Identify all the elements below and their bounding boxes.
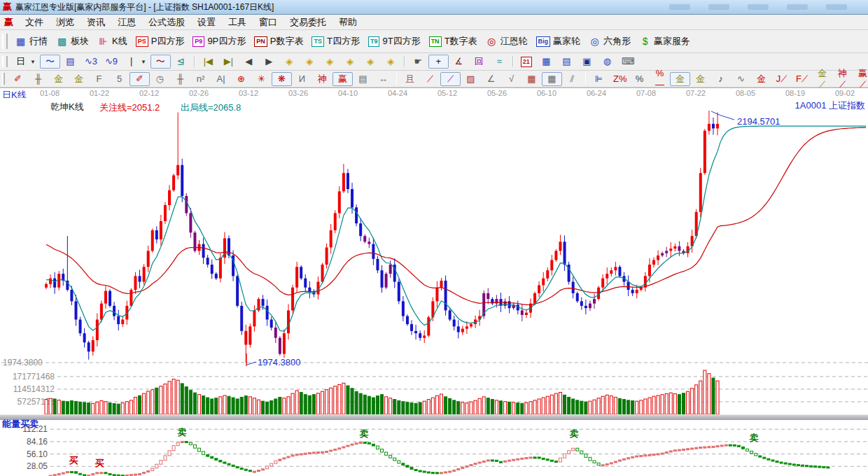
qiankun-kline-button[interactable]: 〜 <box>150 55 171 69</box>
p-number-table-button[interactable]: PNP数字表 <box>250 34 307 49</box>
time-cycle-tool[interactable]: ◷ <box>150 72 170 86</box>
calculator-button[interactable]: ▦ <box>536 55 556 69</box>
grid-tool-1[interactable]: ▦ <box>522 72 542 86</box>
compress-button[interactable]: ◈ <box>340 55 360 69</box>
gann-wheel-button[interactable]: ◎江恩轮 <box>482 34 532 49</box>
fib-lines-tool[interactable]: F <box>89 72 109 86</box>
menu-item-资讯[interactable]: 资讯 <box>80 15 111 30</box>
candlestick-chart[interactable]: 1974.38001974.38002194.5701 <box>0 98 868 370</box>
shen-tool[interactable]: 神 <box>312 72 332 86</box>
angle-lines-tool[interactable]: ∠ <box>481 72 501 86</box>
t-square-button[interactable]: TST四方形 <box>307 34 363 49</box>
title-bar[interactable]: 赢 赢家江恩专业版[赢家内部服务平台] - [上证指数 SH1A0001-167… <box>0 0 868 15</box>
toolbar-grip[interactable] <box>2 73 5 84</box>
ying-tool[interactable]: 赢 <box>332 72 353 86</box>
gann-box-tool-button[interactable]: 回 <box>469 55 489 69</box>
comb-line-tool-2[interactable]: ╫ <box>170 72 190 86</box>
p-square-button[interactable]: PSP四方形 <box>132 34 189 49</box>
price-chart-panel[interactable]: 乾坤K线 关注线=2051.2 出局线=2065.8 1A0001 上证指数 1… <box>0 98 868 370</box>
gold-red-tool[interactable]: 金 <box>751 72 771 86</box>
note-pen-tool[interactable]: ♪ <box>710 72 731 86</box>
kline-button[interactable]: ⊪K线 <box>93 34 132 49</box>
pen-ruler-tool[interactable]: ✐ <box>130 72 150 86</box>
move-diamond-button[interactable]: ◈ <box>381 55 401 69</box>
wave9-button[interactable]: ∿9 <box>101 55 121 69</box>
circle-cross-tool[interactable]: ⊕ <box>231 72 251 86</box>
ruler-123-tool[interactable]: ▤ <box>353 72 373 86</box>
full-view-button[interactable]: ◈ <box>360 55 381 69</box>
menu-item-帮助[interactable]: 帮助 <box>332 15 363 30</box>
j-angle-tool[interactable]: J⟋ <box>771 72 792 86</box>
circled-gold-tool[interactable]: 金 <box>670 72 690 86</box>
oscillator-chart[interactable]: 112.2184.1656.1028.05买买卖卖卖卖 <box>0 420 868 476</box>
n-square-tool[interactable]: n² <box>190 72 211 86</box>
winner-service-button[interactable]: $赢家服务 <box>635 34 694 49</box>
v-wave-tool[interactable]: √ <box>501 72 522 86</box>
t-number-table-button[interactable]: TNT数字表 <box>425 34 482 49</box>
grid-fan-tool[interactable]: ▨ <box>461 72 481 86</box>
memo-button[interactable]: ▤ <box>556 55 577 69</box>
slash-lines-tool[interactable]: ⫽ <box>562 72 582 86</box>
menu-item-交易委托[interactable]: 交易委托 <box>284 15 332 30</box>
red-fan-tool[interactable]: ⟋ <box>420 72 440 86</box>
star-grid-tool[interactable]: ❋ <box>272 72 292 86</box>
workstation-button[interactable]: ⌨ <box>617 55 638 69</box>
quotes-button[interactable]: ▦行情 <box>10 34 52 49</box>
zen-wave-button[interactable]: 〜 <box>40 55 60 69</box>
sectors-button[interactable]: ▩板块 <box>52 34 93 49</box>
toolbar-grip[interactable] <box>2 56 8 68</box>
page-right-button[interactable]: ▶ <box>259 55 279 69</box>
menu-item-工具[interactable]: 工具 <box>222 15 253 30</box>
z-percent-tool[interactable]: Z% <box>609 72 629 86</box>
oscillator-panel[interactable]: 能量买卖 112.2184.1656.1028.05买买卖卖卖卖 <box>0 420 868 476</box>
menu-item-设置[interactable]: 设置 <box>191 15 222 30</box>
comb-line-tool[interactable]: ╫ <box>28 72 48 86</box>
goto-first-button[interactable]: |◀ <box>198 55 218 69</box>
menu-item-文件[interactable]: 文件 <box>19 15 50 30</box>
note-list-button[interactable]: ▤ <box>60 55 80 69</box>
zoom-out-button[interactable]: ◈ <box>279 55 300 69</box>
a-line-tool[interactable]: A| <box>211 72 231 86</box>
zoom-in-button[interactable]: ◈ <box>300 55 320 69</box>
period-select[interactable]: 日▼ <box>10 55 40 69</box>
grid-tool-2[interactable]: ▦ <box>542 72 562 86</box>
hexagon-button[interactable]: ◎六角形 <box>584 34 635 49</box>
star-rays-tool[interactable]: ✳ <box>251 72 272 86</box>
red-pen-tool[interactable]: ✐ <box>8 72 28 86</box>
menu-item-江恩[interactable]: 江恩 <box>111 15 142 30</box>
9t-square-button[interactable]: T99T四方形 <box>364 34 425 49</box>
hand-tool-button[interactable]: ☛ <box>408 55 428 69</box>
wave3-button[interactable]: ∿3 <box>80 55 101 69</box>
expand-h-button[interactable]: ◈ <box>320 55 340 69</box>
menu-item-浏览[interactable]: 浏览 <box>50 15 80 30</box>
frame-grid-tool[interactable]: 且 <box>400 72 420 86</box>
volume-panel[interactable]: 17177146811451431257257156 <box>0 370 868 414</box>
gold-ratio-tool-2[interactable]: 金 <box>69 72 89 86</box>
calendar-button[interactable]: 21 <box>517 55 536 69</box>
speed-line-tool[interactable]: И <box>292 72 312 86</box>
save-button[interactable]: ▣ <box>577 55 597 69</box>
profile-histogram-button[interactable]: ⊴ <box>171 55 191 69</box>
wave-a-tool[interactable]: ∿ <box>731 72 751 86</box>
gold-ratio-tool-1[interactable]: 金 <box>48 72 69 86</box>
volume-chart[interactable]: 17177146811451431257257156 <box>0 370 868 414</box>
single-candle-select[interactable]: ∣▼ <box>121 55 150 69</box>
menu-item-公式选股[interactable]: 公式选股 <box>142 15 191 30</box>
width-measure-tool[interactable]: ↔ <box>373 72 393 86</box>
bars-scale-tool[interactable]: ⊫ <box>589 72 609 86</box>
percent-tool[interactable]: % <box>629 72 650 86</box>
menu-item-窗口[interactable]: 窗口 <box>253 15 284 30</box>
winner-wheel-button[interactable]: Big赢家轮 <box>532 34 585 49</box>
purple-fan-tool[interactable]: ⟋ <box>440 72 461 86</box>
9p-square-button[interactable]: P99P四方形 <box>188 34 250 49</box>
crosshair-tool-button[interactable]: + <box>428 55 449 69</box>
f-angle-tool[interactable]: F⟋ <box>792 72 812 86</box>
toolbar-grip[interactable] <box>2 34 8 49</box>
scribble-tool-button[interactable]: ≈ <box>489 55 510 69</box>
goto-last-button[interactable]: ▶| <box>218 55 239 69</box>
angle-tool-button[interactable]: ∡ <box>449 55 469 69</box>
gold-line-tool[interactable]: 金 <box>690 72 710 86</box>
page-left-button[interactable]: ◀ <box>239 55 259 69</box>
net-save-button[interactable]: ◍ <box>597 55 617 69</box>
five-lines-tool[interactable]: 5 <box>109 72 130 86</box>
